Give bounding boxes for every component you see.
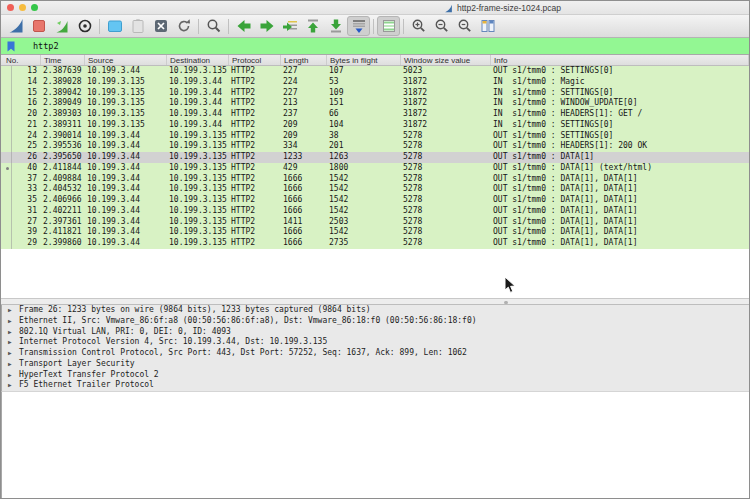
column-header-destination[interactable]: Destination [167, 55, 229, 65]
packet-no: 20 [1, 109, 41, 120]
packet-row[interactable]: 21 2.389311 10.199.3.135 10.199.3.44 HTT… [1, 120, 749, 131]
packet-time: 2.389303 [41, 109, 85, 120]
reload-icon [176, 18, 192, 34]
packet-row[interactable]: 31 2.402211 10.199.3.44 10.199.3.135 HTT… [1, 206, 749, 217]
detail-row[interactable]: ▶ HyperText Transfer Protocol 2 [2, 370, 749, 381]
expand-triangle-icon[interactable]: ▶ [8, 359, 14, 370]
packet-row[interactable]: 27 2.397361 10.199.3.44 10.199.3.135 HTT… [1, 217, 749, 228]
column-header-info[interactable]: Info [491, 55, 749, 65]
column-header-protocol[interactable]: Protocol [229, 55, 281, 65]
auto-scroll-button[interactable] [347, 16, 370, 36]
packet-destination: 10.199.3.135 [167, 227, 229, 238]
go-back-button[interactable] [232, 16, 255, 36]
expand-triangle-icon[interactable]: ▶ [8, 380, 14, 391]
packet-no: 39 [1, 227, 41, 238]
save-file-button[interactable] [126, 16, 149, 36]
packet-list-pane: No. Time Source Destination Protocol Len… [1, 55, 749, 298]
packet-length: 1666 [281, 238, 327, 249]
column-header-no[interactable]: No. [1, 55, 41, 65]
packet-bytes-in-flight: 1542 [327, 227, 401, 238]
go-to-packet-button[interactable] [278, 16, 301, 36]
packet-row[interactable]: 29 2.399860 10.199.3.44 10.199.3.135 HTT… [1, 238, 749, 249]
packet-bytes-in-flight: 107 [327, 66, 401, 77]
packet-info: OUT s1/tmm0 : DATA[1] (text/html) [491, 163, 749, 174]
toolbar-separator [228, 19, 229, 34]
detail-row[interactable]: ▶ F5 Ethernet Trailer Protocol [2, 380, 749, 391]
resize-columns-icon [480, 18, 496, 34]
find-packet-button[interactable] [202, 16, 225, 36]
packet-row[interactable]: 37 2.409884 10.199.3.44 10.199.3.135 HTT… [1, 174, 749, 185]
expand-triangle-icon[interactable]: ▶ [8, 327, 14, 338]
detail-row[interactable]: ▶ Frame 26: 1233 bytes on wire (9864 bit… [2, 305, 749, 316]
toolbar-separator [403, 19, 404, 34]
packet-row[interactable]: 20 2.389303 10.199.3.135 10.199.3.44 HTT… [1, 109, 749, 120]
reload-file-button[interactable] [172, 16, 195, 36]
go-first-packet-button[interactable] [301, 16, 324, 36]
start-capture-button[interactable] [4, 16, 27, 36]
expand-triangle-icon[interactable]: ▶ [8, 348, 14, 359]
open-file-button[interactable] [103, 16, 126, 36]
detail-row[interactable]: ▶ Transport Layer Security [2, 359, 749, 370]
detail-row[interactable]: ▶ Ethernet II, Src: Vmware_86:6f:a8 (00:… [2, 316, 749, 327]
packet-row[interactable]: 35 2.406966 10.199.3.44 10.199.3.135 HTT… [1, 195, 749, 206]
packet-row[interactable]: 25 2.395536 10.199.3.44 10.199.3.135 HTT… [1, 141, 749, 152]
packet-source: 10.199.3.44 [85, 152, 167, 163]
packet-destination: 10.199.3.135 [167, 141, 229, 152]
column-header-time[interactable]: Time [41, 55, 85, 65]
column-header-length[interactable]: Length [281, 55, 327, 65]
column-header-window-size-value[interactable]: Window size value [401, 55, 491, 65]
stop-capture-button[interactable] [27, 16, 50, 36]
packet-window-size-value: 31872 [401, 98, 491, 109]
expand-triangle-icon[interactable]: ▶ [8, 316, 14, 327]
zoom-original-button[interactable] [453, 16, 476, 36]
packet-bytes-in-flight: 66 [327, 109, 401, 120]
packet-row[interactable]: 24 2.390014 10.199.3.44 10.199.3.135 HTT… [1, 131, 749, 142]
expand-triangle-icon[interactable]: ▶ [8, 305, 14, 316]
packet-no: 14 [1, 77, 41, 88]
packet-bytes-in-flight: 1542 [327, 206, 401, 217]
close-file-icon [153, 18, 169, 34]
packet-row[interactable]: 39 2.411821 10.199.3.44 10.199.3.135 HTT… [1, 227, 749, 238]
arrow-right-icon [259, 18, 275, 34]
column-header-source[interactable]: Source [85, 55, 167, 65]
packet-length: 209 [281, 120, 327, 131]
packet-row[interactable]: 14 2.389028 10.199.3.135 10.199.3.44 HTT… [1, 77, 749, 88]
minimize-window-button[interactable] [19, 4, 26, 11]
go-forward-button[interactable] [255, 16, 278, 36]
capture-options-button[interactable] [73, 16, 96, 36]
zoom-window-button[interactable] [31, 4, 38, 11]
packet-row[interactable]: 16 2.389049 10.199.3.135 10.199.3.44 HTT… [1, 98, 749, 109]
expand-triangle-icon[interactable]: ▶ [8, 337, 14, 348]
detail-row[interactable]: ▶ Transmission Control Protocol, Src Por… [2, 348, 749, 359]
zoom-in-button[interactable] [407, 16, 430, 36]
zoom-out-button[interactable] [430, 16, 453, 36]
packet-bytes-in-flight: 1542 [327, 184, 401, 195]
detail-row[interactable]: ▶ Internet Protocol Version 4, Src: 10.1… [2, 337, 749, 348]
packet-time: 2.389049 [41, 98, 85, 109]
main-toolbar [1, 15, 749, 38]
packet-row[interactable]: 26 2.395650 10.199.3.44 10.199.3.135 HTT… [1, 152, 749, 163]
expand-triangle-icon[interactable]: ▶ [8, 370, 14, 381]
column-header-bytes-in-flight[interactable]: Bytes in flight [327, 55, 401, 65]
display-filter-input[interactable]: http2 [1, 38, 749, 55]
detail-text: Internet Protocol Version 4, Src: 10.199… [19, 337, 327, 348]
packet-details-pane: ▶ Frame 26: 1233 bytes on wire (9864 bit… [1, 305, 749, 391]
packet-length: 1411 [281, 217, 327, 228]
packet-row[interactable]: 33 2.404532 10.199.3.44 10.199.3.135 HTT… [1, 184, 749, 195]
close-window-button[interactable] [7, 4, 14, 11]
packet-row[interactable]: 40 2.411844 10.199.3.44 10.199.3.135 HTT… [1, 163, 749, 174]
close-file-button[interactable] [149, 16, 172, 36]
packet-row[interactable]: 15 2.389042 10.199.3.135 10.199.3.44 HTT… [1, 88, 749, 99]
resize-columns-button[interactable] [476, 16, 499, 36]
wireshark-window: http2-frame-size-1024.pcap http2 [0, 0, 750, 499]
detail-row[interactable]: ▶ 802.1Q Virtual LAN, PRI: 0, DEI: 0, ID… [2, 327, 749, 338]
pane-splitter[interactable] [1, 298, 749, 305]
packet-source: 10.199.3.44 [85, 195, 167, 206]
packet-row[interactable]: 13 2.387639 10.199.3.44 10.199.3.135 HTT… [1, 66, 749, 77]
colorize-packets-button[interactable] [377, 16, 400, 36]
packet-bytes-in-flight: 2735 [327, 238, 401, 249]
packet-bytes-pane [1, 391, 749, 498]
filter-bookmark-icon[interactable] [7, 41, 15, 52]
restart-capture-button[interactable] [50, 16, 73, 36]
go-last-packet-button[interactable] [324, 16, 347, 36]
